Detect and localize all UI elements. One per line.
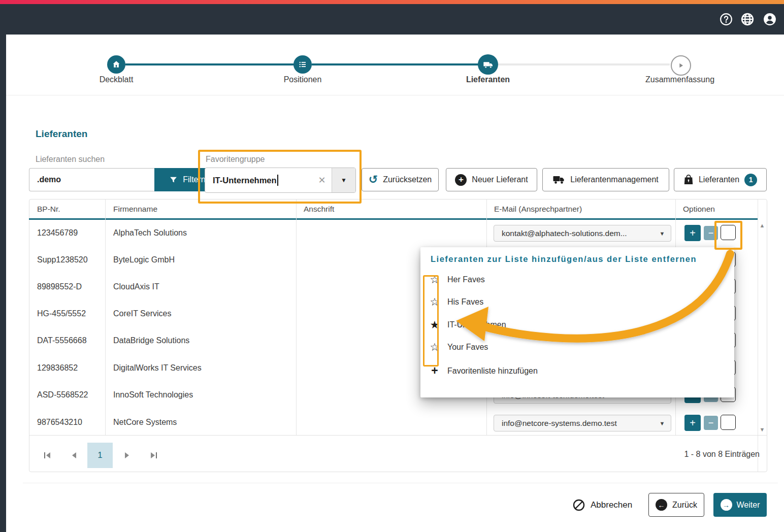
reset-icon: ↺ [369,174,378,185]
cell-name: InnoSoft Technologies [113,390,193,400]
scroll-up-icon[interactable]: ▲ [758,222,766,228]
cell-name: ByteLogic GmbH [113,255,175,264]
plus-icon: + [429,364,441,378]
cell-bp: 123456789 [37,228,78,238]
favorite-list-item[interactable]: ☆ His Faves [429,296,483,308]
column-header-bp[interactable]: BP-Nr. [37,205,60,214]
suppliers-cart-button[interactable]: Lieferanten 1 [674,168,767,191]
cell-bp: 129836852 [37,363,78,373]
reset-button-label: Zurücksetzen [383,175,432,184]
last-page-button[interactable] [150,452,157,461]
remove-supplier-button[interactable]: − [704,226,718,240]
pagination-divider [29,435,767,436]
favorite-group-combobox[interactable]: IT-Unternehmen ✕ ▼ [205,168,356,193]
supplier-management-label: Lieferantenmanagement [570,175,658,184]
cell-name: CoreIT Services [113,309,171,318]
chevron-down-icon: ▼ [654,420,671,426]
email-select[interactable]: kontakt@alphatech-solutions.dem...▼ [494,225,671,242]
first-page-button[interactable] [44,452,51,461]
search-value: .demo [37,175,61,184]
column-divider [105,200,106,435]
email-select[interactable]: info@netcore-systems.demo.test▼ [494,415,671,431]
add-supplier-button[interactable]: + [684,415,701,431]
back-label: Zurück [672,501,697,510]
clear-icon[interactable]: ✕ [312,168,332,192]
truck-icon [553,175,565,185]
stepper-connector [312,63,484,65]
footer-divider [23,483,778,483]
add-favorite-list-item[interactable]: + Favoritenliste hinzufügen [429,364,538,378]
stepper-connector [125,63,300,65]
new-supplier-label: Neuer Lieferant [472,175,528,184]
list-icon [298,60,307,69]
favorite-list-label: His Faves [447,297,483,307]
add-supplier-button[interactable]: + [684,225,701,241]
prev-page-button[interactable] [71,452,77,461]
column-header-email[interactable]: E-Mail (Ansprechpartner) [494,205,582,214]
supplier-management-button[interactable]: Lieferantenmanagement [542,168,669,191]
filter-funnel-icon [169,176,178,184]
cell-name: CloudAxis IT [113,282,159,291]
suppliers-button-label: Lieferanten [699,175,739,184]
favorites-popup: Lieferanten zur Liste hinzufügen/aus der… [420,247,734,397]
popup-title: Lieferanten zur Liste hinzufügen/aus der… [431,254,697,264]
brand-gradient-bar [0,0,784,4]
step-lieferanten-label[interactable]: Lieferanten [466,75,510,84]
language-globe-icon[interactable] [741,13,754,26]
chevron-down-icon: ▼ [654,230,671,237]
cell-name: DigitalWorks IT Services [113,363,202,373]
play-icon [677,61,685,70]
step-zusammenfassung-icon[interactable] [671,55,691,76]
app-header [0,4,784,35]
step-zusammenfassung-label[interactable]: Zusammenfassung [645,75,714,84]
cancel-button[interactable]: Abbrechen [573,493,632,516]
chevron-down-icon[interactable]: ▼ [332,168,355,192]
favorite-group-value: IT-Unternehmen [205,168,312,192]
current-page[interactable]: 1 [87,443,113,468]
column-header-name[interactable]: Firmenname [113,205,157,214]
cancel-label: Abbrechen [591,500,632,510]
next-page-button[interactable] [124,452,130,461]
scroll-down-icon[interactable]: ▼ [758,426,766,433]
favorite-list-item[interactable]: ☆ Your Faves [429,341,488,353]
help-icon[interactable] [720,13,733,26]
star-outline-icon[interactable]: ☆ [429,341,441,353]
plus-circle-icon: + [455,174,467,186]
wizard-stepper: Deckblatt Positionen Lieferanten Zusamme… [6,35,784,95]
step-deckblatt-icon[interactable] [107,55,125,74]
favorite-list-label: Your Faves [447,343,488,352]
text-caret [277,175,278,186]
star-filled-icon[interactable]: ★ [429,319,441,331]
next-button[interactable]: → Weiter [713,493,767,517]
step-positionen-label[interactable]: Positionen [284,75,322,84]
reset-button[interactable]: ↺ Zurücksetzen [362,168,439,191]
favorite-list-item[interactable]: ☆ Her Faves [429,274,485,286]
star-outline-icon[interactable]: ☆ [429,296,441,308]
suppliers-count-badge: 1 [744,174,757,186]
left-edge-strip [0,35,6,532]
back-button[interactable]: ← Zurück [648,493,704,517]
step-positionen-icon[interactable] [293,55,312,74]
cell-bp: ASD-5568522 [37,390,88,400]
search-input[interactable]: .demo [29,168,154,191]
ban-icon [573,499,585,511]
step-lieferanten-icon[interactable] [478,54,498,75]
new-supplier-button[interactable]: + Neuer Lieferant [446,168,537,191]
remove-supplier-button[interactable]: − [704,416,718,430]
favorite-group-label: Favoritengruppe [206,155,265,164]
favorite-list-item[interactable]: ★ IT-Unternehmen [429,319,506,331]
step-deckblatt-label[interactable]: Deckblatt [100,75,134,84]
favorite-star-button[interactable] [721,415,736,430]
cell-name: NetCore Systems [113,418,177,427]
column-divider [296,200,297,435]
star-outline-icon[interactable]: ☆ [429,274,441,286]
column-header-address[interactable]: Anschrift [304,205,334,214]
search-label: Lieferanten suchen [36,155,105,164]
column-header-options[interactable]: Optionen [683,205,715,214]
stepper-connector [498,63,670,65]
account-icon[interactable] [763,13,776,26]
entries-summary: 1 - 8 von 8 Einträgen [684,450,760,459]
favorite-star-button[interactable] [721,225,736,240]
cell-bp: 89898552-D [37,282,82,291]
home-icon [112,60,121,69]
